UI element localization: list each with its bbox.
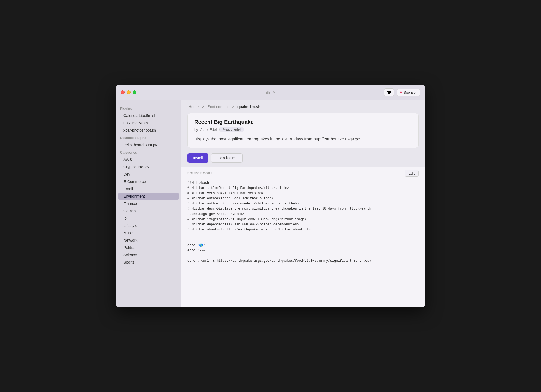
breadcrumb-home[interactable]: Home bbox=[189, 105, 199, 109]
author-handle[interactable]: @aaronedell bbox=[219, 127, 244, 132]
edit-button[interactable]: Edit bbox=[405, 170, 419, 177]
sidebar-item-email[interactable]: Email bbox=[118, 185, 179, 192]
app-window: BETA 🕷 ♥ Sponsor Plugins CalendarLite.5m… bbox=[116, 85, 425, 307]
source-code: #!/bin/bash # <bitbar.title>Recent Big E… bbox=[181, 179, 425, 308]
app-title: BETA bbox=[266, 90, 275, 94]
breadcrumb: Home > Environment > quake.1m.sh bbox=[181, 100, 425, 113]
sidebar-item-crypto[interactable]: Cryptocurrency bbox=[118, 163, 179, 170]
sidebar-item-games[interactable]: Games bbox=[118, 207, 179, 214]
main-content: Plugins CalendarLite.5m.sh unixtime.5s.s… bbox=[116, 100, 425, 307]
minimize-button[interactable] bbox=[127, 90, 131, 94]
close-button[interactable] bbox=[121, 90, 125, 94]
sidebar-item-music[interactable]: Music bbox=[118, 229, 179, 236]
author-prefix: by bbox=[194, 128, 198, 132]
breadcrumb-sep2: > bbox=[232, 105, 234, 109]
titlebar: BETA 🕷 ♥ Sponsor bbox=[116, 85, 425, 100]
sidebar-item-sports[interactable]: Sports bbox=[118, 259, 179, 266]
source-label: SOURCE CODE bbox=[187, 172, 213, 175]
sidebar-item-politics[interactable]: Politics bbox=[118, 244, 179, 251]
sidebar-item-science[interactable]: Science bbox=[118, 251, 179, 258]
sidebar-item-environment[interactable]: Environment bbox=[118, 193, 179, 200]
sidebar-item-xbar[interactable]: xbar-photoshoot.sh bbox=[118, 127, 179, 134]
plugins-section-title: Plugins bbox=[116, 107, 181, 110]
sponsor-button[interactable]: ♥ Sponsor bbox=[397, 89, 420, 96]
sidebar-item-iot[interactable]: IoT bbox=[118, 215, 179, 222]
sidebar-item-dev[interactable]: Dev bbox=[118, 171, 179, 178]
breadcrumb-sep1: > bbox=[202, 105, 204, 109]
sidebar-item-calendarlite[interactable]: CalendarLite.5m.sh bbox=[118, 112, 179, 119]
author-name: AaronEdell bbox=[200, 128, 218, 132]
maximize-button[interactable] bbox=[133, 90, 136, 94]
traffic-lights bbox=[121, 90, 136, 94]
heart-icon: ♥ bbox=[400, 90, 402, 94]
sidebar-item-lifestyle[interactable]: Lifestyle bbox=[118, 222, 179, 229]
categories-section-title: Categories bbox=[116, 151, 181, 154]
plugin-author-row: by AaronEdell @aaronedell bbox=[194, 127, 412, 132]
sidebar-item-network[interactable]: Network bbox=[118, 237, 179, 244]
sidebar-item-unixtime[interactable]: unixtime.5s.sh bbox=[118, 119, 179, 127]
spider-button[interactable]: 🕷 bbox=[384, 88, 394, 96]
sidebar-item-trello[interactable]: trello_board.30m.py bbox=[118, 141, 179, 148]
breadcrumb-current: quake.1m.sh bbox=[237, 105, 260, 109]
install-button[interactable]: Install bbox=[187, 153, 208, 163]
sidebar-item-finance[interactable]: Finance bbox=[118, 200, 179, 207]
breadcrumb-environment[interactable]: Environment bbox=[207, 105, 229, 109]
sidebar: Plugins CalendarLite.5m.sh unixtime.5s.s… bbox=[116, 100, 181, 307]
main-panel: Home > Environment > quake.1m.sh Recent … bbox=[181, 100, 425, 307]
plugin-description: Displays the most significant earthquake… bbox=[194, 136, 412, 142]
source-section: SOURCE CODE Edit #!/bin/bash # <bitbar.t… bbox=[181, 167, 425, 308]
action-buttons: Install Open issue... bbox=[187, 153, 419, 163]
spider-icon: 🕷 bbox=[387, 90, 391, 95]
sidebar-item-ecommerce[interactable]: E-Commerce bbox=[118, 178, 179, 185]
sponsor-label: Sponsor bbox=[404, 90, 417, 94]
titlebar-actions: 🕷 ♥ Sponsor bbox=[384, 88, 420, 96]
sidebar-item-aws[interactable]: AWS bbox=[118, 156, 179, 163]
open-issue-button[interactable]: Open issue... bbox=[211, 153, 243, 163]
plugin-title: Recent Big Earthquake bbox=[194, 119, 412, 125]
source-header: SOURCE CODE Edit bbox=[181, 167, 425, 179]
disabled-section-title: Disabled plugins bbox=[116, 136, 181, 140]
plugin-card: Recent Big Earthquake by AaronEdell @aar… bbox=[187, 113, 419, 148]
